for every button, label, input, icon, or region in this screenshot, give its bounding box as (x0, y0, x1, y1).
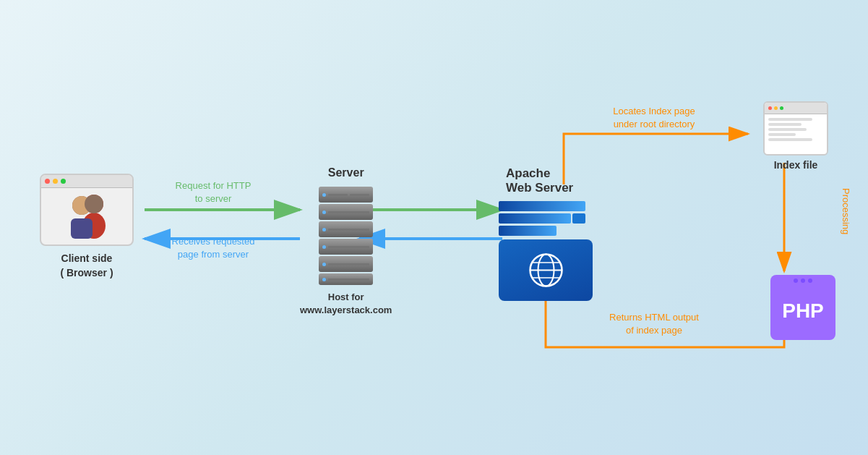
rack-led (322, 193, 326, 197)
processing-label: Processing (839, 188, 852, 234)
apache-visual (499, 201, 593, 301)
apache-bars-row3 (499, 226, 593, 236)
dot-green (61, 179, 66, 184)
php-section: PHP (770, 275, 835, 340)
php-dot-1 (794, 278, 798, 283)
response-label: Receives requested page from server (141, 235, 285, 261)
file-line-4 (768, 133, 796, 136)
file-line-5 (768, 138, 812, 141)
file-line-3 (768, 128, 807, 131)
rack-led-5 (322, 263, 326, 266)
apache-bar-2 (499, 213, 571, 224)
globe-icon (526, 250, 566, 290)
rack-unit-6 (319, 273, 373, 285)
apache-bar-4 (499, 226, 557, 236)
file-dot-red (768, 106, 772, 110)
index-file-section: Index file (763, 101, 828, 171)
orange-top-label: Locates Index page under root directory (571, 105, 737, 131)
browser-content (41, 188, 132, 244)
browser-window (40, 174, 134, 246)
apache-label: Apache Web Server (506, 166, 573, 195)
rack-strip-4 (328, 229, 369, 231)
apache-bars-row2 (499, 213, 593, 224)
diagram-container: Client side ( Browser ) Request for HTTP… (0, 0, 868, 455)
server-top-label: Server (328, 166, 364, 179)
client-section: Client side ( Browser ) (40, 174, 134, 280)
server-section: Server (300, 166, 392, 317)
people-icon (56, 191, 118, 242)
rack-unit-2 (319, 204, 373, 220)
index-file-icon (763, 101, 828, 156)
rack-strip-2 (350, 194, 369, 196)
rack-led-4 (322, 245, 326, 249)
rack-led-2 (322, 211, 326, 214)
apache-screen (499, 239, 593, 301)
apache-section: Apache Web Server (499, 166, 593, 301)
index-file-label: Index file (774, 159, 818, 171)
php-text: PHP (782, 299, 824, 323)
rack-strip-5 (328, 246, 369, 248)
svg-point-16 (85, 195, 103, 213)
file-titlebar (765, 103, 827, 114)
file-line-1 (768, 118, 812, 121)
file-line-2 (768, 123, 802, 126)
rack-led-3 (322, 228, 326, 231)
browser-titlebar (41, 175, 132, 188)
rack-strip-7 (328, 278, 369, 281)
apache-bar-1 (499, 201, 585, 211)
php-icon-dots (770, 278, 835, 283)
dot-red (45, 179, 50, 184)
rack-unit-1 (319, 187, 373, 203)
orange-bottom-label: Returns HTML output of index page (571, 311, 737, 337)
file-content-lines (765, 114, 827, 145)
php-icon: PHP (770, 275, 835, 340)
rack-strip (328, 194, 348, 196)
apache-bar-3 (572, 213, 585, 224)
php-dot-2 (801, 278, 805, 283)
request-label: Request for HTTP to server (141, 179, 285, 205)
apache-bars-row1 (499, 201, 593, 211)
rack-led-6 (322, 278, 326, 281)
svg-rect-14 (71, 218, 93, 239)
rack-unit-3 (319, 221, 373, 237)
client-label: Client side ( Browser ) (60, 252, 113, 280)
file-dot-green (780, 106, 783, 110)
php-dot-3 (808, 278, 812, 283)
rack-strip-3 (328, 211, 369, 213)
rack-unit-5 (319, 256, 373, 272)
rack-strip-6 (328, 263, 369, 265)
server-tower (319, 187, 373, 285)
server-bottom-label: Host for www.layerstack.com (300, 291, 392, 317)
dot-yellow (53, 179, 58, 184)
rack-unit-4 (319, 239, 373, 255)
file-dot-yellow (774, 106, 778, 110)
